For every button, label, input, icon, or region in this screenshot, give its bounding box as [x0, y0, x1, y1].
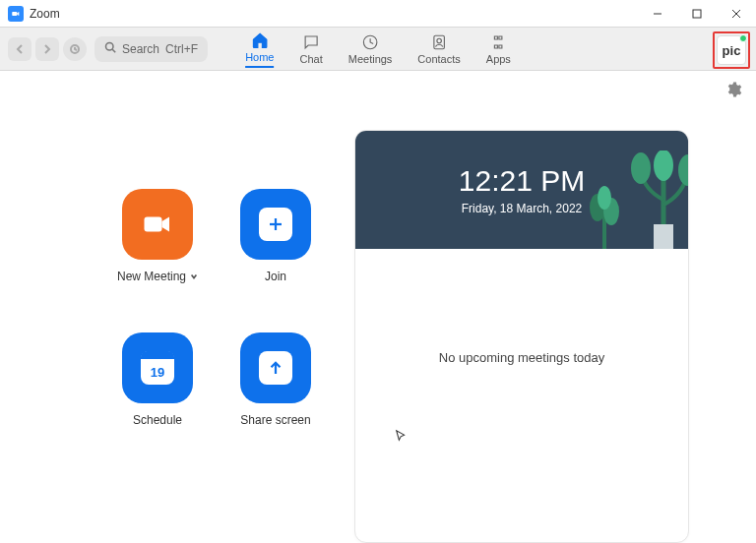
nav-tabs: Home Chat Meetings Contacts Apps: [245, 28, 511, 70]
panel-header: 12:21 PM Friday, 18 March, 2022: [355, 131, 688, 249]
schedule-button[interactable]: 19 Schedule: [98, 332, 217, 427]
tab-home[interactable]: Home: [245, 31, 274, 68]
action-label: Share screen: [240, 413, 310, 427]
search-shortcut: Ctrl+F: [165, 42, 198, 56]
calendar-icon: 19: [122, 332, 193, 403]
calendar-day: 19: [151, 359, 164, 385]
avatar-highlight: pic: [713, 31, 750, 69]
plant-decoration: [580, 180, 629, 249]
content-area: New Meeting Join 19 Schedule: [0, 71, 756, 543]
presence-indicator: [739, 34, 747, 42]
action-label: New Meeting: [117, 270, 186, 283]
empty-state-text: No upcoming meetings today: [439, 350, 604, 365]
nav-history-button[interactable]: [63, 37, 87, 61]
new-meeting-button[interactable]: New Meeting: [98, 189, 217, 283]
profile-avatar-button[interactable]: pic: [717, 35, 746, 65]
join-button[interactable]: Join: [217, 189, 335, 283]
clock-icon: [361, 33, 379, 51]
window-titlebar: Zoom: [0, 0, 756, 28]
svg-point-20: [678, 154, 688, 186]
svg-rect-11: [145, 217, 162, 232]
video-icon: [122, 189, 193, 260]
panel-body: No upcoming meetings today: [355, 249, 688, 465]
window-close-button[interactable]: [717, 0, 756, 28]
svg-rect-2: [693, 10, 701, 18]
tab-contacts[interactable]: Contacts: [417, 33, 460, 68]
svg-line-7: [112, 49, 115, 52]
svg-rect-0: [12, 11, 17, 15]
contacts-icon: [430, 33, 448, 51]
nav-forward-button[interactable]: [35, 37, 59, 61]
clock-date: Friday, 18 March, 2022: [462, 202, 583, 215]
upcoming-panel: 12:21 PM Friday, 18 March, 2022 No upcom…: [354, 130, 689, 543]
svg-point-17: [598, 186, 611, 210]
clock-time: 12:21 PM: [459, 164, 585, 198]
svg-point-10: [437, 38, 442, 43]
svg-point-19: [631, 152, 651, 184]
action-label: Schedule: [133, 413, 182, 427]
tab-label: Meetings: [348, 53, 393, 65]
nav-back-button[interactable]: [8, 37, 32, 61]
settings-button[interactable]: [724, 81, 742, 102]
tab-label: Apps: [486, 53, 511, 65]
window-maximize-button[interactable]: [677, 0, 717, 28]
tab-chat[interactable]: Chat: [299, 33, 322, 68]
window-title: Zoom: [30, 7, 60, 21]
svg-rect-9: [434, 35, 445, 49]
search-label: Search: [122, 42, 159, 56]
avatar-text: pic: [723, 43, 741, 58]
plus-icon: [240, 189, 311, 260]
search-icon: [104, 41, 116, 56]
home-actions: New Meeting Join 19 Schedule: [0, 71, 354, 543]
window-minimize-button[interactable]: [638, 0, 677, 28]
svg-point-6: [106, 43, 114, 51]
plant-decoration: [629, 151, 688, 249]
svg-point-21: [654, 151, 673, 181]
share-screen-button[interactable]: Share screen: [217, 332, 335, 427]
tab-label: Home: [245, 51, 274, 63]
action-label: Join: [265, 270, 286, 283]
home-icon: [251, 31, 269, 49]
tab-apps[interactable]: Apps: [486, 33, 511, 68]
zoom-app-icon: [8, 6, 24, 22]
chat-icon: [302, 33, 320, 51]
tab-meetings[interactable]: Meetings: [348, 33, 393, 68]
search-input[interactable]: Search Ctrl+F: [94, 36, 208, 62]
tab-label: Contacts: [417, 53, 460, 65]
cursor-icon: [395, 429, 409, 446]
chevron-down-icon: [190, 270, 198, 283]
svg-rect-18: [654, 224, 673, 249]
apps-icon: [489, 33, 507, 51]
share-icon: [240, 332, 311, 403]
tab-label: Chat: [299, 53, 322, 65]
main-toolbar: Search Ctrl+F Home Chat Meetings Contact…: [0, 28, 756, 71]
